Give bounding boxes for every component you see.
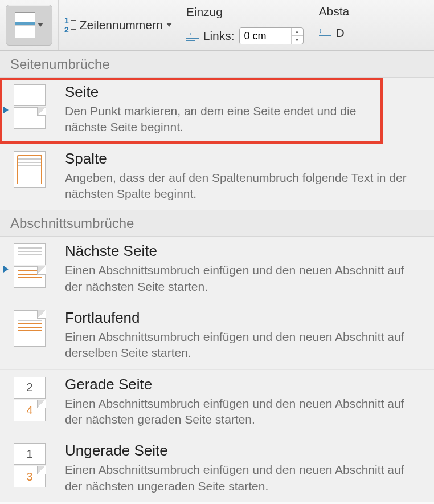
odd-page-icon: 1 3: [14, 442, 55, 487]
column-break-icon: [14, 150, 55, 188]
indent-left-icon: →: [186, 31, 199, 41]
even-page-icon: 2 4: [14, 376, 55, 421]
section-header-page-breaks: Seitenumbrüche: [0, 51, 434, 78]
indent-group-label: Einzug: [186, 5, 223, 19]
breaks-dropdown: Seitenumbrüche Seite Den Punkt markieren…: [0, 50, 434, 502]
breaks-button[interactable]: [6, 5, 52, 46]
indent-left-label: Links:: [203, 29, 235, 43]
breaks-icon: [15, 12, 35, 38]
menu-item-title: Spalte: [65, 150, 424, 168]
chevron-down-icon: [38, 23, 43, 27]
spacing-group: Absta ↕ D: [312, 0, 357, 50]
page-number-label: 3: [14, 466, 45, 487]
ribbon: 1 2 Zeilennummern Einzug → Links: ▲ ▼: [0, 0, 434, 50]
stepper-up-icon[interactable]: ▲: [292, 28, 303, 36]
menu-item-desc: Den Punkt markieren, an dem eine Seite e…: [65, 103, 372, 136]
menu-item-desc: Einen Abschnittsumbruch einfügen und den…: [65, 396, 424, 428]
menu-item-next-page[interactable]: Nächste Seite Einen Abschnittsumbruch ei…: [0, 237, 434, 303]
menu-item-desc: Einen Abschnittsumbruch einfügen und den…: [65, 329, 424, 361]
breaks-group: [0, 0, 59, 50]
menu-item-page-break[interactable]: Seite Den Punkt markieren, an dem eine S…: [0, 78, 383, 144]
menu-item-title: Gerade Seite: [65, 376, 424, 393]
spacing-icon: ↕: [319, 28, 331, 38]
spacing-right-fragment: D: [336, 26, 345, 40]
page-number-label: 2: [14, 377, 45, 398]
continuous-icon: [14, 309, 55, 347]
page-break-icon: [14, 83, 55, 129]
indent-left-input[interactable]: [240, 28, 291, 44]
menu-item-title: Seite: [65, 83, 372, 101]
line-numbers-icon: 1 2: [64, 17, 76, 34]
menu-item-desc: Einen Abschnittsumbruch einfügen und den…: [65, 262, 424, 295]
next-page-icon: [14, 242, 55, 288]
line-numbers-group: 1 2 Zeilennummern: [59, 0, 178, 50]
menu-item-even-page[interactable]: 2 4 Gerade Seite Einen Abschnittsumbruch…: [0, 369, 434, 436]
menu-item-desc: Angeben, dass der auf den Spaltenumbruch…: [65, 170, 424, 202]
chevron-down-icon: [166, 23, 172, 27]
line-numbers-label: Zeilennummern: [80, 18, 163, 32]
menu-item-desc: Einen Abschnittsumbruch einfügen und den…: [65, 462, 424, 494]
indent-left-field[interactable]: ▲ ▼: [239, 27, 304, 44]
line-numbers-button[interactable]: 1 2 Zeilennummern: [64, 17, 172, 34]
menu-item-title: Fortlaufend: [65, 309, 424, 327]
menu-item-title: Nächste Seite: [65, 242, 424, 260]
page-number-label: 1: [14, 444, 45, 464]
menu-item-title: Ungerade Seite: [65, 442, 424, 460]
indent-left-stepper[interactable]: ▲ ▼: [291, 28, 303, 44]
selection-marker-icon: [3, 266, 9, 273]
indent-group: Einzug → Links: ▲ ▼: [178, 0, 312, 50]
selection-marker-icon: [3, 107, 9, 113]
menu-item-odd-page[interactable]: 1 3 Ungerade Seite Einen Abschnittsumbru…: [0, 436, 434, 502]
page-number-label: 4: [14, 400, 45, 421]
stepper-down-icon[interactable]: ▼: [292, 36, 303, 44]
menu-item-continuous[interactable]: Fortlaufend Einen Abschnittsumbruch einf…: [0, 303, 434, 369]
spacing-group-label: Absta: [319, 5, 350, 18]
section-header-section-breaks: Abschnittsumbrüche: [0, 210, 434, 237]
menu-item-column-break[interactable]: Spalte Angeben, dass der auf den Spalten…: [0, 144, 434, 210]
